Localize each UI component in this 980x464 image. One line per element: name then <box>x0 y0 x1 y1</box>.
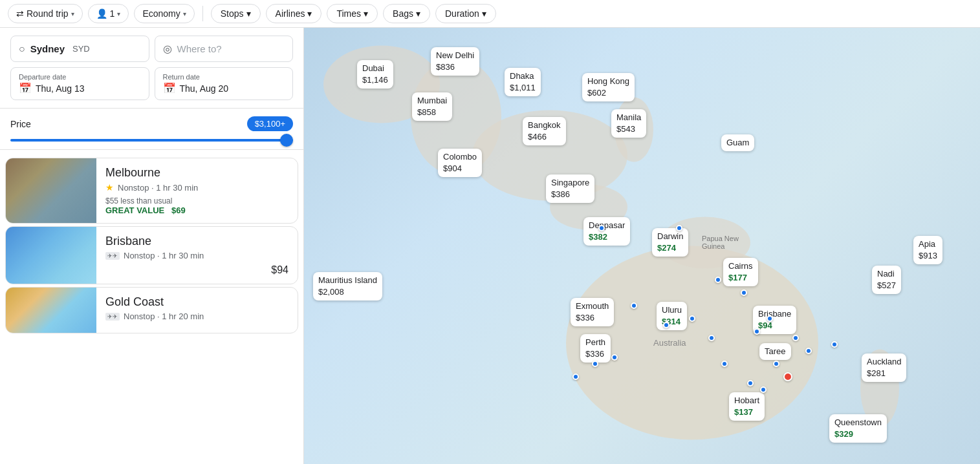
departure-date-input[interactable]: Departure date 📅 Thu, Aug 13 <box>10 67 149 100</box>
map-label-bangkok[interactable]: Bangkok $466 <box>523 117 566 145</box>
map-background <box>304 28 980 464</box>
results-list: Melbourne ★ Nonstop · 1 hr 30 min $55 le… <box>0 150 303 464</box>
goldcoast-nonstop: Nonstop · 1 hr 20 min <box>124 311 204 321</box>
times-filter[interactable]: Times ▾ <box>327 4 378 23</box>
map-label-exmouth[interactable]: Exmouth $336 <box>571 298 614 326</box>
map-dot-10 <box>689 315 695 322</box>
times-label: Times <box>336 8 361 19</box>
melbourne-details: ★ Nonstop · 1 hr 30 min <box>105 182 289 193</box>
result-brisbane[interactable]: Brisbane ✈✈ Nonstop · 1 hr 30 min $94 <box>5 226 298 284</box>
map-label-manila[interactable]: Manila $543 <box>611 109 646 138</box>
map-label-guam[interactable]: Guam <box>721 134 754 151</box>
map-label-nadi[interactable]: Nadi $527 <box>872 266 901 294</box>
map-label-taree[interactable]: Taree <box>759 343 791 360</box>
passengers-chevron: ▾ <box>117 10 120 17</box>
main-content: ○ Sydney SYD ◎ Where to? Departure date … <box>0 28 980 464</box>
cabin-label: Economy <box>142 8 180 19</box>
destination-input[interactable]: ◎ Where to? <box>155 36 294 62</box>
map-label-mauritius[interactable]: Mauritius Island $2,008 <box>313 272 382 301</box>
trip-type-chevron: ▾ <box>71 10 74 17</box>
map-dot-6 <box>805 348 812 354</box>
price-badge: $3,100+ <box>247 116 293 131</box>
airlines-filter[interactable]: Airlines ▾ <box>266 4 322 23</box>
map-label-newdelhi[interactable]: New Delhi $836 <box>431 47 479 76</box>
passengers-button[interactable]: 👤 1 ▾ <box>88 4 129 23</box>
map-label-perth[interactable]: Perth $336 <box>580 334 611 363</box>
map-label-denpasar[interactable]: Denpasar $382 <box>583 217 630 246</box>
result-goldcoast[interactable]: Gold Coast ✈✈ Nonstop · 1 hr 20 min <box>5 287 298 333</box>
map-label-singapore[interactable]: Singapore $386 <box>546 174 594 203</box>
trip-type-label: Round trip <box>27 8 69 19</box>
price-slider-thumb[interactable] <box>280 134 293 147</box>
map-dot-7 <box>831 341 838 348</box>
airline-logo-brisbane: ✈✈ <box>105 252 120 260</box>
search-form: ○ Sydney SYD ◎ Where to? Departure date … <box>0 28 303 109</box>
map-label-queenstown[interactable]: Queenstown $329 <box>829 414 887 443</box>
origin-input[interactable]: ○ Sydney SYD <box>10 36 149 62</box>
melbourne-info: Melbourne ★ Nonstop · 1 hr 30 min $55 le… <box>96 158 298 223</box>
brisbane-info: Brisbane ✈✈ Nonstop · 1 hr 30 min $94 <box>96 227 298 284</box>
map-dot-11 <box>708 335 715 341</box>
map-dot-5 <box>792 335 799 341</box>
price-section: Price $3,100+ <box>0 109 303 150</box>
trip-type-button[interactable]: ⇄ Round trip ▾ <box>8 4 83 23</box>
times-chevron: ▾ <box>364 8 368 19</box>
bags-chevron: ▾ <box>416 8 420 19</box>
cabin-chevron: ▾ <box>183 10 186 17</box>
map-dot-2 <box>741 290 747 296</box>
cabin-button[interactable]: Economy ▾ <box>134 4 194 23</box>
destination-icon: ◎ <box>163 43 172 55</box>
map-label-dubai[interactable]: Dubai $1,146 <box>357 60 393 89</box>
origin-dot <box>783 372 792 381</box>
map-label-uluru[interactable]: Uluru $314 <box>657 302 687 330</box>
map-label-hongkong[interactable]: Hong Kong $602 <box>582 73 635 101</box>
duration-filter[interactable]: Duration ▾ <box>435 4 496 23</box>
price-slider-track[interactable] <box>10 139 293 142</box>
map-dot-14 <box>773 361 779 367</box>
star-icon: ★ <box>105 182 114 193</box>
map-label-cairns[interactable]: Cairns $177 <box>723 258 758 286</box>
map-label-mumbai[interactable]: Mumbai $858 <box>412 92 452 121</box>
airlines-chevron: ▾ <box>307 8 312 19</box>
origin-city: Sydney <box>30 43 65 54</box>
airlines-label: Airlines <box>276 8 305 19</box>
map-label-dhaka[interactable]: Dhaka $1,011 <box>505 68 541 96</box>
brisbane-details: ✈✈ Nonstop · 1 hr 30 min <box>105 251 289 260</box>
map-area[interactable]: Dubai $1,146 New Delhi $836 Dhaka $1,011… <box>304 28 980 464</box>
left-panel: ○ Sydney SYD ◎ Where to? Departure date … <box>0 28 304 464</box>
brisbane-image <box>6 227 96 284</box>
map-dot-13 <box>747 380 754 386</box>
map-dot-18 <box>611 354 618 361</box>
goldcoast-city: Gold Coast <box>105 295 289 309</box>
melbourne-nonstop: Nonstop · 1 hr 30 min <box>118 183 198 193</box>
melbourne-deal: $55 less than usual GREAT VALUE $69 <box>105 196 186 215</box>
map-dot-1 <box>715 277 721 283</box>
origin-icon: ○ <box>19 43 25 55</box>
passengers-label: 1 <box>110 8 115 19</box>
melbourne-image <box>6 158 96 223</box>
map-label-hobart[interactable]: Hobart $137 <box>729 392 765 421</box>
map-label-auckland[interactable]: Auckland $281 <box>862 353 906 382</box>
map-label-colombo[interactable]: Colombo $904 <box>438 149 482 177</box>
melbourne-city: Melbourne <box>105 166 289 180</box>
map-dot-15 <box>760 386 767 393</box>
brisbane-city: Brisbane <box>105 235 289 248</box>
map-dot-17 <box>592 361 598 367</box>
map-dot-3 <box>767 315 773 322</box>
duration-label: Duration <box>445 8 479 19</box>
duration-chevron: ▾ <box>482 8 486 19</box>
stops-filter[interactable]: Stops ▾ <box>211 4 261 23</box>
melbourne-deal-text: $55 less than usual <box>105 196 186 206</box>
goldcoast-image <box>6 288 96 333</box>
result-melbourne[interactable]: Melbourne ★ Nonstop · 1 hr 30 min $55 le… <box>5 158 298 224</box>
brisbane-price: $94 <box>271 264 289 276</box>
bags-filter[interactable]: Bags ▾ <box>383 4 430 23</box>
map-label-darwin[interactable]: Darwin $274 <box>652 228 688 257</box>
return-date-input[interactable]: Return date 📅 Thu, Aug 20 <box>155 67 294 100</box>
map-label-apia[interactable]: Apia $913 <box>913 236 942 264</box>
departure-calendar-icon: 📅 <box>19 82 32 94</box>
brisbane-nonstop: Nonstop · 1 hr 30 min <box>124 251 204 260</box>
melbourne-price-row: $55 less than usual GREAT VALUE $69 <box>105 196 289 215</box>
map-dot-16 <box>572 374 579 380</box>
origin-code: SYD <box>72 44 90 54</box>
